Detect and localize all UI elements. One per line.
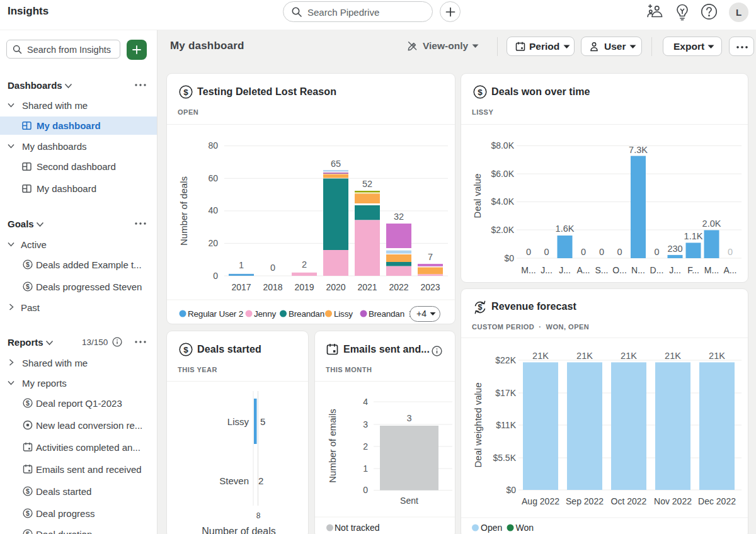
- svg-text:2018: 2018: [263, 282, 282, 292]
- svg-text:$22K: $22K: [495, 355, 516, 365]
- svg-text:80: 80: [208, 140, 218, 151]
- svg-text:Jenny: Jenny: [254, 309, 276, 319]
- svg-text:8: 8: [256, 511, 261, 520]
- svg-text:1.6K: 1.6K: [556, 224, 575, 234]
- svg-text:Breandan: Breandan: [289, 309, 324, 319]
- svg-text:0: 0: [363, 485, 368, 495]
- svg-text:J...: J...: [559, 265, 571, 275]
- svg-text:21K: 21K: [665, 351, 681, 361]
- svg-text:Steven: Steven: [219, 475, 249, 486]
- svg-text:65: 65: [331, 159, 341, 169]
- svg-text:$: $: [26, 283, 30, 290]
- svg-text:M...: M...: [704, 265, 719, 275]
- svg-text:32: 32: [394, 212, 404, 222]
- svg-text:A...: A...: [723, 265, 736, 275]
- svg-text:20: 20: [208, 238, 218, 248]
- svg-text:Won: Won: [516, 523, 534, 533]
- svg-text:$: $: [26, 487, 30, 495]
- svg-text:S...: S...: [595, 265, 608, 275]
- svg-text:$17K: $17K: [495, 388, 516, 398]
- svg-text:Open: Open: [481, 523, 502, 533]
- svg-text:7: 7: [428, 252, 433, 262]
- svg-text:0: 0: [526, 247, 531, 257]
- svg-text:Lissy: Lissy: [334, 309, 353, 319]
- svg-text:Deal value: Deal value: [472, 174, 483, 219]
- svg-text:$0: $0: [504, 253, 514, 263]
- svg-text:3: 3: [363, 419, 368, 429]
- svg-text:0: 0: [544, 247, 549, 257]
- svg-text:Not tracked: Not tracked: [335, 523, 380, 533]
- svg-text:21K: 21K: [621, 351, 637, 361]
- svg-text:1.1K: 1.1K: [684, 231, 703, 241]
- svg-text:Dec 2022: Dec 2022: [698, 496, 736, 506]
- svg-text:2: 2: [302, 259, 307, 270]
- svg-text:Deal weighted value: Deal weighted value: [472, 382, 483, 467]
- svg-text:Regular User 2: Regular User 2: [188, 309, 243, 319]
- svg-text:3: 3: [406, 413, 411, 423]
- svg-text:Nov 2022: Nov 2022: [654, 496, 692, 506]
- svg-text:$8.0K: $8.0K: [491, 140, 514, 151]
- svg-text:0: 0: [728, 247, 733, 257]
- svg-text:$: $: [26, 399, 30, 407]
- svg-text:Breandan B: Breandan B: [369, 309, 412, 319]
- svg-text:21K: 21K: [576, 351, 593, 361]
- svg-text:2017: 2017: [231, 282, 251, 292]
- svg-text:1: 1: [239, 260, 244, 270]
- svg-text:2: 2: [258, 475, 263, 486]
- svg-text:52: 52: [362, 179, 372, 189]
- svg-text:230: 230: [667, 244, 682, 254]
- svg-text:0: 0: [599, 247, 604, 257]
- svg-text:Sep 2022: Sep 2022: [566, 496, 604, 506]
- svg-text:Lissy: Lissy: [227, 416, 249, 427]
- svg-text:60: 60: [208, 173, 218, 183]
- svg-text:0: 0: [213, 271, 218, 281]
- svg-text:A...: A...: [576, 265, 590, 275]
- svg-text:Number of deals: Number of deals: [202, 526, 275, 534]
- svg-text:2023: 2023: [420, 282, 440, 292]
- svg-text:$: $: [26, 261, 30, 268]
- svg-text:Sent: Sent: [400, 496, 418, 506]
- svg-text:$: $: [26, 509, 30, 517]
- svg-text:2019: 2019: [294, 282, 314, 292]
- svg-text:7.3K: 7.3K: [629, 145, 648, 155]
- svg-text:N...: N...: [631, 265, 645, 275]
- svg-text:1: 1: [363, 463, 368, 474]
- svg-text:$5.5K: $5.5K: [493, 453, 516, 463]
- svg-text:4: 4: [363, 397, 368, 407]
- svg-text:0: 0: [270, 263, 275, 273]
- svg-text:40: 40: [208, 205, 218, 215]
- svg-text:2.0K: 2.0K: [702, 219, 721, 229]
- svg-text:5: 5: [260, 416, 265, 427]
- svg-text:Aug 2022: Aug 2022: [522, 496, 559, 506]
- svg-text:$4.0K: $4.0K: [491, 196, 514, 207]
- svg-text:F...: F...: [687, 265, 699, 275]
- svg-text:21K: 21K: [532, 351, 549, 361]
- svg-text:21K: 21K: [709, 351, 725, 361]
- svg-text:J...: J...: [669, 265, 681, 275]
- svg-text:M...: M...: [521, 265, 536, 275]
- svg-text:Oct 2022: Oct 2022: [611, 496, 647, 506]
- svg-text:2022: 2022: [389, 282, 408, 292]
- svg-text:D...: D...: [650, 265, 664, 275]
- svg-text:$11K: $11K: [496, 420, 516, 430]
- svg-text:0: 0: [654, 247, 659, 257]
- svg-text:J...: J...: [541, 265, 553, 275]
- svg-text:$0: $0: [506, 485, 516, 495]
- svg-text:0: 0: [617, 247, 622, 257]
- svg-text:$6.0K: $6.0K: [491, 169, 514, 179]
- svg-text:+4: +4: [416, 309, 427, 319]
- svg-text:2: 2: [363, 441, 368, 452]
- svg-text:Number of emails: Number of emails: [327, 409, 338, 483]
- svg-text:2021: 2021: [357, 282, 377, 292]
- svg-text:2020: 2020: [326, 282, 345, 292]
- svg-text:O...: O...: [612, 265, 627, 275]
- svg-text:0: 0: [581, 247, 586, 257]
- svg-text:$2.0K: $2.0K: [491, 225, 514, 235]
- svg-text:Number of deals: Number of deals: [178, 176, 189, 246]
- svg-text:$: $: [26, 530, 30, 534]
